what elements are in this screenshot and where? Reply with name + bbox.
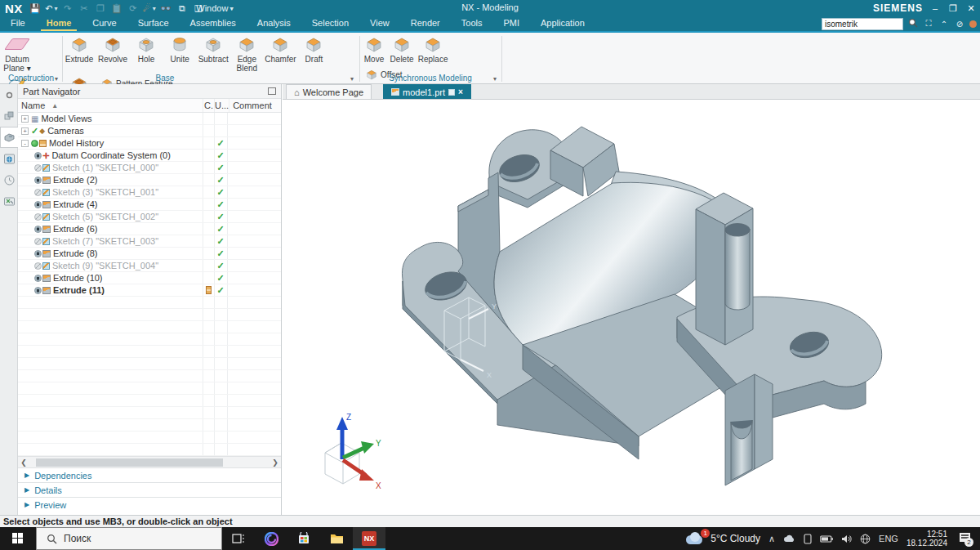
window-menu[interactable]: Window xyxy=(209,2,220,14)
menu-tab-home[interactable]: Home xyxy=(36,16,82,31)
tree-row[interactable]: Sketch (3) "SKETCH_001"✓ xyxy=(18,186,281,199)
datum-plane-button[interactable]: Datum Plane ▾ xyxy=(2,33,33,73)
command-search-input[interactable] xyxy=(822,18,903,30)
construction-group-dropdown[interactable]: ▾ xyxy=(55,75,58,83)
history-palette-icon[interactable] xyxy=(0,169,18,190)
unite-button[interactable]: Unite xyxy=(164,33,195,64)
file-explorer-button[interactable] xyxy=(320,527,353,550)
visible-eye-icon[interactable] xyxy=(34,177,42,184)
tree-row[interactable]: +▦Model Views xyxy=(18,113,281,125)
tray-expand-icon[interactable]: ∧ xyxy=(768,534,775,544)
battery-icon[interactable] xyxy=(820,535,833,543)
replace-button[interactable]: Replace xyxy=(417,33,448,64)
undock-icon[interactable] xyxy=(268,87,276,95)
weather-widget[interactable]: 1 5°C Cloudy xyxy=(684,532,760,545)
menu-tab-assemblies[interactable]: Assemblies xyxy=(180,16,247,31)
column-name[interactable]: Name▲ xyxy=(18,101,203,110)
menu-tab-view[interactable]: View xyxy=(359,16,400,31)
visible-eye-icon[interactable] xyxy=(34,275,42,282)
subtract-button[interactable]: Subtract xyxy=(198,33,229,64)
menu-tab-tools[interactable]: Tools xyxy=(451,16,493,31)
revolve-button[interactable]: Revolve xyxy=(97,33,128,64)
column-comment[interactable]: Comment xyxy=(229,99,281,112)
hidden-eye-icon[interactable] xyxy=(34,213,42,221)
tree-expander-icon[interactable]: + xyxy=(21,115,29,123)
resource-bar-options-icon[interactable] xyxy=(0,84,18,105)
fullscreen-icon[interactable]: ⛶ xyxy=(923,19,934,29)
search-icon[interactable] xyxy=(907,18,919,29)
menu-tab-curve[interactable]: Curve xyxy=(82,16,127,31)
tree-row[interactable]: -Model History✓ xyxy=(18,137,281,150)
onedrive-icon[interactable] xyxy=(783,534,795,543)
taskbar-search[interactable]: Поиск xyxy=(36,527,222,550)
ms-store-button[interactable] xyxy=(287,527,320,550)
record-dot-icon[interactable] xyxy=(969,20,977,28)
hidden-eye-icon[interactable] xyxy=(34,164,42,172)
tree-row[interactable]: Extrude (4)✓ xyxy=(18,199,281,211)
menu-tab-render[interactable]: Render xyxy=(400,16,451,31)
copilot-button[interactable] xyxy=(255,527,287,550)
reuse-library-icon[interactable] xyxy=(0,148,18,169)
visible-eye-icon[interactable] xyxy=(34,287,42,294)
close-button[interactable]: ✕ xyxy=(962,0,980,16)
delete-button[interactable]: Delete xyxy=(389,33,415,64)
tree-expander-icon[interactable]: + xyxy=(21,127,29,135)
tab-model1-prt[interactable]: model1.prt × xyxy=(383,84,471,99)
tab-welcome-page[interactable]: ⌂ Welcome Page xyxy=(286,84,372,99)
tree-row[interactable]: +✓◆Cameras xyxy=(18,125,281,137)
qat-overflow[interactable] xyxy=(225,2,237,14)
notification-center-button[interactable]: 2 xyxy=(956,532,972,545)
scrollbar-thumb[interactable] xyxy=(36,458,223,467)
switch-window-icon[interactable]: ⧉ xyxy=(176,2,188,14)
move-button[interactable]: Move xyxy=(362,33,386,64)
clock-widget[interactable]: 12:51 18.12.2024 xyxy=(906,530,947,548)
hidden-eye-icon[interactable] xyxy=(34,262,42,270)
sync-modeling-group-dropdown[interactable]: ▾ xyxy=(493,75,497,83)
help-icon[interactable]: ⊘ xyxy=(954,20,965,29)
start-button[interactable] xyxy=(0,527,36,550)
task-view-button[interactable] xyxy=(222,527,255,550)
section-details[interactable]: ▶Details xyxy=(18,482,281,497)
chamfer-button[interactable]: Chamfer xyxy=(265,33,296,64)
visible-eye-icon[interactable] xyxy=(34,152,42,159)
menu-tab-surface[interactable]: Surface xyxy=(127,16,180,31)
menu-tab-application[interactable]: Application xyxy=(530,16,595,31)
section-preview[interactable]: ▶Preview xyxy=(18,497,281,512)
part-navigator-icon[interactable] xyxy=(0,127,18,148)
assembly-navigator-icon[interactable] xyxy=(0,105,18,127)
language-indicator[interactable]: ENG xyxy=(879,534,898,543)
tree-horizontal-scrollbar[interactable]: ❮ ❯ xyxy=(18,456,281,467)
visible-eye-icon[interactable] xyxy=(34,250,42,257)
tree-row[interactable]: Extrude (6)✓ xyxy=(18,223,281,235)
tree-row[interactable]: Extrude (11)✓ xyxy=(18,284,281,297)
model-3d[interactable] xyxy=(402,127,881,485)
process-tools-icon[interactable] xyxy=(0,190,18,212)
tab-close-icon[interactable]: × xyxy=(458,87,463,96)
minimize-ribbon-icon[interactable]: ⌃ xyxy=(938,20,950,29)
volume-icon[interactable] xyxy=(841,534,852,543)
extrude-button[interactable]: Extrude xyxy=(64,33,95,64)
phone-link-icon[interactable] xyxy=(804,534,812,544)
tree-row[interactable]: Sketch (7) "SKETCH_003"✓ xyxy=(18,235,281,248)
tree-row[interactable]: Extrude (2)✓ xyxy=(18,174,281,186)
draft-button[interactable]: Draft xyxy=(298,33,329,64)
touch-mode-icon[interactable]: ☄ xyxy=(144,2,155,14)
menu-tab-analysis[interactable]: Analysis xyxy=(247,16,301,31)
hidden-eye-icon[interactable] xyxy=(34,238,42,245)
scroll-right-icon[interactable]: ❯ xyxy=(270,458,281,467)
show-hide-icon[interactable]: 👓 xyxy=(160,2,172,14)
column-u[interactable]: U... xyxy=(214,99,229,112)
network-globe-icon[interactable] xyxy=(860,534,871,544)
visible-eye-icon[interactable] xyxy=(34,226,42,233)
tree-row[interactable]: Sketch (1) "SKETCH_000"✓ xyxy=(18,162,281,174)
tree-row[interactable]: Extrude (10)✓ xyxy=(18,272,281,284)
column-c[interactable]: C. xyxy=(203,99,214,112)
nx-app-button[interactable]: NX xyxy=(353,527,385,550)
base-group-dropdown[interactable]: ▾ xyxy=(350,75,354,83)
hidden-eye-icon[interactable] xyxy=(34,189,42,196)
save-icon[interactable]: 💾 xyxy=(29,2,41,14)
minimize-button[interactable]: – xyxy=(926,0,944,16)
hole-button[interactable]: Hole xyxy=(131,33,162,64)
scroll-left-icon[interactable]: ❮ xyxy=(18,458,29,467)
view-triad[interactable]: Z Y X xyxy=(325,413,381,490)
